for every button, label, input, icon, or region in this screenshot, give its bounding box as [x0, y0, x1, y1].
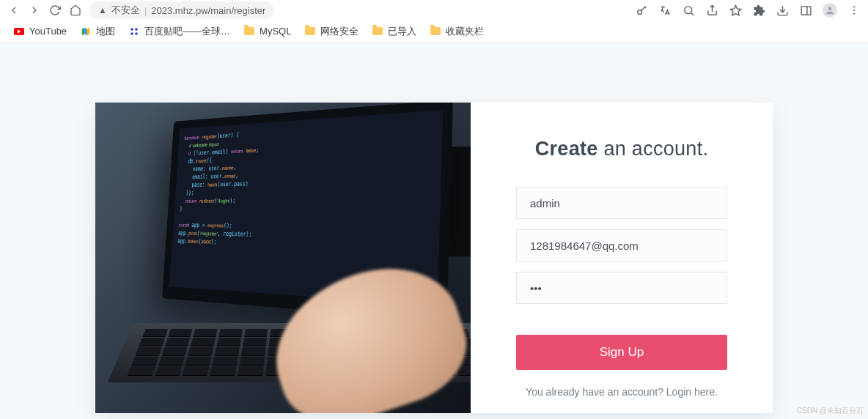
url-text: 2023.mhz.pw/main/register	[151, 5, 265, 16]
bookmarks-bar: YouTube 地图 百度贴吧——全球… MySQL 网络安全 已导入 收藏夹栏	[0, 21, 868, 42]
share-icon[interactable]	[705, 4, 718, 17]
bookmark-star-icon[interactable]	[729, 4, 742, 17]
bookmark-youtube[interactable]: YouTube	[13, 26, 67, 37]
svg-point-12	[130, 28, 133, 31]
hero-image: function register(user) { // validate in…	[95, 103, 471, 413]
username-field[interactable]	[516, 187, 727, 219]
svg-point-15	[135, 32, 138, 35]
page-title: Create an account.	[535, 138, 709, 160]
page-body: function register(user) { // validate in…	[0, 42, 868, 419]
back-icon[interactable]	[7, 4, 21, 17]
login-link[interactable]: You already have an account? Login here.	[526, 386, 718, 398]
svg-line-2	[691, 12, 694, 15]
browser-toolbar: ▲ 不安全 | 2023.mhz.pw/main/register	[0, 0, 868, 21]
password-key-icon[interactable]	[635, 4, 648, 17]
bookmark-maps[interactable]: 地图	[80, 25, 115, 38]
folder-icon	[243, 26, 255, 37]
address-bar[interactable]: ▲ 不安全 | 2023.mhz.pw/main/register	[89, 1, 274, 19]
security-label: 不安全	[111, 4, 140, 17]
reload-icon[interactable]	[48, 4, 62, 17]
bookmark-baidu[interactable]: 百度贴吧——全球…	[128, 25, 230, 38]
svg-marker-4	[730, 5, 740, 15]
bookmark-mysql[interactable]: MySQL	[243, 26, 291, 37]
watermark: CSDN @未知百分百	[797, 406, 864, 416]
svg-point-14	[130, 32, 133, 35]
extensions-icon[interactable]	[752, 4, 765, 17]
maps-icon	[80, 26, 92, 37]
email-field[interactable]	[516, 229, 727, 262]
insecure-icon: ▲	[98, 5, 107, 15]
sidepanel-icon[interactable]	[799, 4, 812, 17]
svg-point-8	[828, 7, 832, 10]
folder-icon	[304, 26, 316, 37]
svg-rect-6	[801, 6, 811, 14]
bookmark-netsec[interactable]: 网络安全	[304, 25, 358, 38]
downloads-icon[interactable]	[776, 4, 789, 17]
baidu-icon	[128, 26, 140, 37]
svg-point-9	[853, 6, 855, 7]
signup-button[interactable]: Sign Up	[516, 335, 727, 370]
translate-icon[interactable]	[658, 4, 672, 17]
register-card: function register(user) { // validate in…	[95, 103, 773, 413]
svg-point-10	[853, 10, 855, 11]
svg-point-0	[637, 10, 641, 14]
bookmark-imported[interactable]: 已导入	[372, 25, 416, 38]
password-field[interactable]	[516, 272, 727, 304]
register-form: Create an account. Sign Up You already h…	[471, 103, 773, 413]
menu-icon[interactable]	[847, 4, 861, 17]
youtube-icon	[13, 26, 25, 37]
zoom-icon[interactable]	[682, 4, 695, 17]
profile-avatar[interactable]	[823, 3, 837, 18]
svg-point-11	[853, 13, 855, 15]
folder-icon	[372, 26, 383, 37]
home-icon[interactable]	[69, 4, 82, 17]
folder-icon	[430, 26, 441, 37]
bookmark-favorites[interactable]: 收藏夹栏	[430, 25, 484, 38]
svg-point-13	[135, 28, 138, 31]
forward-icon[interactable]	[28, 4, 41, 17]
svg-point-1	[684, 6, 691, 13]
